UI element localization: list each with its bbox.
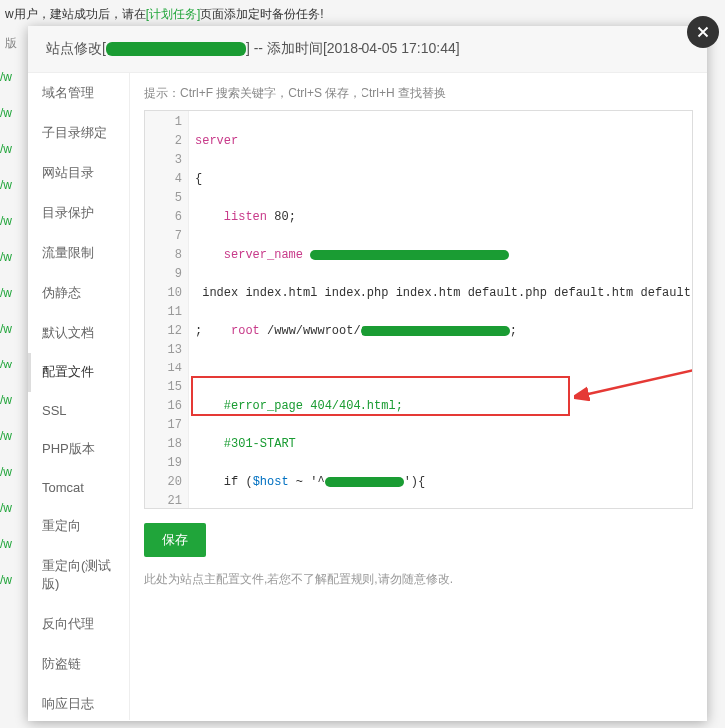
config-note: 此处为站点主配置文件,若您不了解配置规则,请勿随意修改. — [144, 571, 693, 588]
save-button[interactable]: 保存 — [144, 523, 206, 557]
sidebar-item-config[interactable]: 配置文件 — [28, 353, 129, 392]
sidebar-item-domain[interactable]: 域名管理 — [28, 73, 129, 113]
sidebar-item-rewrite[interactable]: 伪静态 — [28, 273, 129, 313]
code-area[interactable]: server { listen 80; server_name index in… — [189, 111, 692, 509]
background-side: /w/w/w/w/w/w/w/w/w/w/w/w/w/w/w — [0, 70, 20, 609]
background-text: 版 — [5, 35, 17, 52]
line-gutter: 123456789101112131415161718192021 — [145, 111, 189, 509]
content-area: 提示：Ctrl+F 搜索关键字，Ctrl+S 保存，Ctrl+H 查找替换 12… — [130, 73, 707, 720]
redacted-sitename — [106, 42, 246, 56]
sidebar-item-php[interactable]: PHP版本 — [28, 429, 129, 469]
redacted — [310, 250, 509, 260]
sidebar-item-subdir[interactable]: 子目录绑定 — [28, 113, 129, 153]
close-icon — [694, 23, 712, 41]
sidebar-item-redirect-beta[interactable]: 重定向(测试版) — [28, 546, 129, 604]
redacted — [325, 477, 404, 487]
sidebar-item-defaultdoc[interactable]: 默认文档 — [28, 313, 129, 353]
close-button[interactable] — [687, 16, 719, 48]
config-editor[interactable]: 123456789101112131415161718192021 server… — [144, 110, 693, 509]
site-edit-modal: 站点修改[] -- 添加时间[2018-04-05 17:10:44] 域名管理… — [28, 26, 707, 721]
modal-title: 站点修改[] -- 添加时间[2018-04-05 17:10:44] — [28, 26, 707, 73]
background-notice: w用户，建站成功后，请在[计划任务]页面添加定时备份任务! — [5, 6, 324, 23]
sidebar-item-redirect[interactable]: 重定向 — [28, 506, 129, 546]
sidebar-item-log[interactable]: 响应日志 — [28, 684, 129, 724]
sidebar-item-traffic[interactable]: 流量限制 — [28, 233, 129, 273]
sidebar-item-dirprotect[interactable]: 目录保护 — [28, 193, 129, 233]
redacted — [361, 326, 510, 336]
sidebar-item-tomcat[interactable]: Tomcat — [28, 469, 129, 506]
sidebar: 域名管理 子目录绑定 网站目录 目录保护 流量限制 伪静态 默认文档 配置文件 … — [28, 73, 130, 720]
sidebar-item-proxy[interactable]: 反向代理 — [28, 604, 129, 644]
editor-tip: 提示：Ctrl+F 搜索关键字，Ctrl+S 保存，Ctrl+H 查找替换 — [144, 85, 693, 102]
sidebar-item-webdir[interactable]: 网站目录 — [28, 153, 129, 193]
sidebar-item-hotlink[interactable]: 防盗链 — [28, 644, 129, 684]
sidebar-item-ssl[interactable]: SSL — [28, 392, 129, 429]
